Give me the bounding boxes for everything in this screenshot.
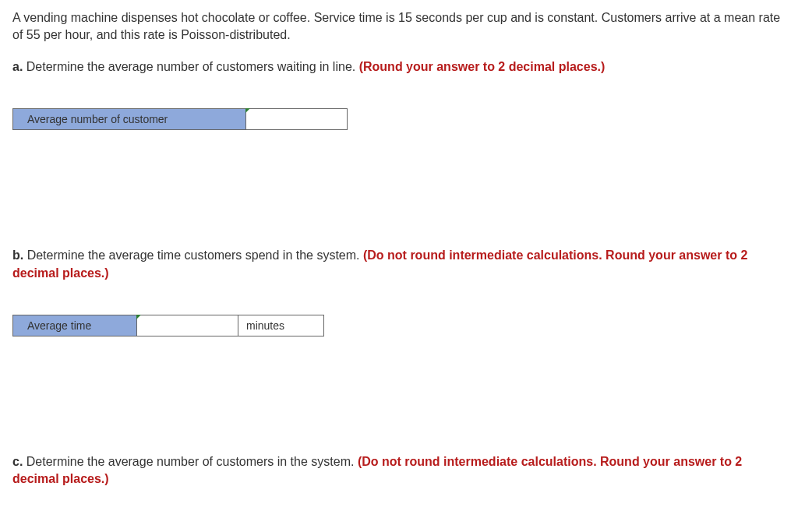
part-b-unit: minutes (238, 315, 324, 336)
part-a-input-cell (246, 108, 348, 130)
part-a-label: a. (12, 60, 23, 73)
part-a-answer-row: Average number of customer (12, 108, 786, 130)
part-b-answer-row: Average time minutes (12, 315, 786, 336)
part-c-prompt: c. Determine the average number of custo… (12, 453, 786, 488)
part-b-input-cell (137, 315, 238, 336)
part-b-text: Determine the average time customers spe… (23, 248, 363, 262)
part-a-hint: (Round your answer to 2 decimal places.) (359, 60, 606, 73)
part-b-field-label: Average time (12, 315, 137, 336)
part-b-input[interactable] (137, 315, 238, 336)
part-a-prompt: a. Determine the average number of custo… (12, 58, 786, 76)
part-a-text: Determine the average number of customer… (23, 60, 358, 73)
part-c-label: c. (12, 455, 23, 468)
part-b-prompt: b. Determine the average time customers … (12, 247, 786, 282)
problem-intro: A vending machine dispenses hot chocolat… (12, 9, 786, 44)
part-b-label: b. (12, 248, 23, 262)
part-a-field-label: Average number of customer (12, 108, 246, 130)
part-c-text: Determine the average number of customer… (23, 455, 358, 468)
part-a-input[interactable] (246, 109, 347, 129)
